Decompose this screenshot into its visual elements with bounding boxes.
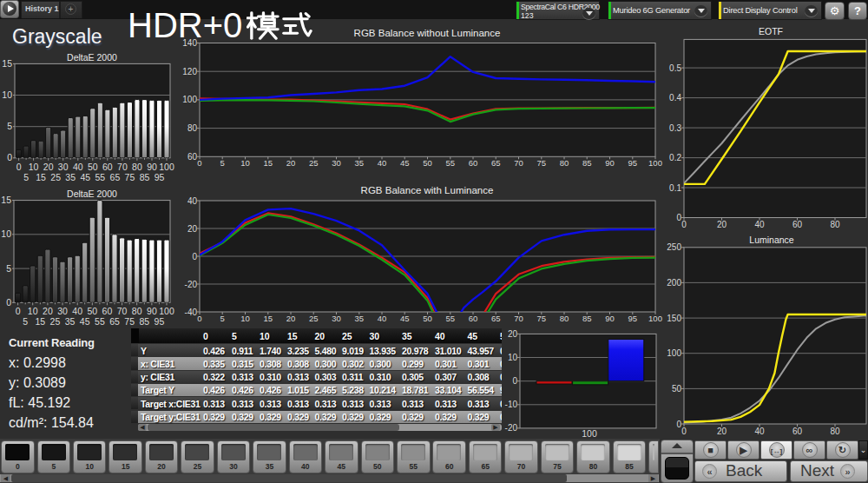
- svg-text:95: 95: [155, 172, 165, 182]
- svg-text:80: 80: [560, 158, 569, 168]
- svg-text:DeltaE 2000: DeltaE 2000: [67, 52, 117, 63]
- svg-text:85: 85: [582, 158, 592, 168]
- svg-text:30: 30: [58, 162, 69, 172]
- svg-text:70: 70: [514, 314, 523, 323]
- svg-text:100: 100: [582, 428, 597, 439]
- svg-text:0: 0: [7, 152, 12, 162]
- svg-text:0: 0: [681, 427, 687, 436]
- svg-text:100: 100: [159, 162, 174, 172]
- svg-text:0: 0: [6, 297, 11, 308]
- svg-text:85: 85: [139, 316, 149, 327]
- svg-text:10: 10: [28, 306, 38, 316]
- svg-text:20: 20: [43, 306, 53, 316]
- svg-text:55: 55: [446, 158, 456, 168]
- svg-text:140: 140: [182, 38, 197, 48]
- svg-text:-20: -20: [505, 423, 518, 433]
- svg-text:70: 70: [117, 306, 128, 316]
- svg-text:10: 10: [29, 162, 39, 172]
- svg-text:35: 35: [65, 172, 76, 182]
- svg-text:15: 15: [36, 172, 46, 182]
- svg-text:90: 90: [147, 162, 157, 172]
- svg-text:60: 60: [469, 314, 478, 323]
- svg-text:0.3: 0.3: [669, 123, 681, 133]
- svg-text:45: 45: [400, 314, 410, 323]
- svg-text:20: 20: [508, 329, 518, 339]
- svg-text:60: 60: [469, 158, 478, 168]
- svg-text:95: 95: [628, 158, 638, 168]
- svg-text:95: 95: [628, 314, 638, 323]
- svg-text:80: 80: [187, 123, 198, 133]
- svg-text:60: 60: [102, 306, 113, 316]
- svg-text:20: 20: [286, 158, 296, 168]
- svg-text:40: 40: [187, 196, 198, 206]
- svg-text:90: 90: [147, 306, 157, 316]
- svg-text:RGB Balance with Luminance: RGB Balance with Luminance: [361, 185, 494, 195]
- svg-text:10: 10: [2, 89, 12, 100]
- svg-text:65: 65: [491, 158, 501, 168]
- svg-text:40: 40: [378, 314, 387, 323]
- svg-text:150: 150: [667, 314, 681, 323]
- svg-text:25: 25: [50, 316, 61, 327]
- svg-text:40: 40: [378, 158, 387, 168]
- svg-text:10: 10: [1, 228, 11, 239]
- svg-text:100: 100: [182, 95, 197, 104]
- svg-text:10: 10: [240, 314, 250, 323]
- svg-text:5: 5: [6, 263, 11, 274]
- svg-text:65: 65: [109, 316, 120, 327]
- svg-text:45: 45: [80, 316, 90, 327]
- svg-text:60: 60: [187, 152, 198, 162]
- svg-text:50: 50: [88, 162, 98, 172]
- svg-text:15: 15: [1, 195, 11, 205]
- svg-text:0.1: 0.1: [669, 183, 681, 193]
- svg-text:-40: -40: [185, 308, 198, 317]
- svg-text:70: 70: [514, 158, 523, 168]
- svg-text:0: 0: [512, 376, 517, 386]
- svg-text:50: 50: [423, 158, 432, 168]
- svg-text:80: 80: [830, 427, 840, 436]
- svg-text:0.4: 0.4: [669, 93, 681, 103]
- svg-text:95: 95: [155, 316, 165, 327]
- svg-text:-10: -10: [505, 400, 518, 409]
- svg-text:55: 55: [95, 316, 105, 327]
- svg-text:40: 40: [73, 162, 83, 172]
- svg-text:30: 30: [332, 314, 341, 323]
- svg-text:5: 5: [220, 158, 225, 168]
- svg-text:55: 55: [446, 314, 456, 323]
- svg-text:65: 65: [491, 314, 501, 323]
- svg-text:50: 50: [87, 306, 97, 316]
- svg-text:25: 25: [309, 158, 319, 168]
- svg-text:50: 50: [423, 314, 432, 323]
- svg-text:40: 40: [754, 427, 765, 436]
- svg-text:20: 20: [187, 224, 198, 234]
- svg-text:20: 20: [717, 427, 727, 436]
- svg-text:15: 15: [264, 158, 273, 168]
- svg-text:35: 35: [355, 314, 365, 323]
- svg-text:65: 65: [110, 172, 121, 182]
- svg-text:15: 15: [35, 316, 45, 327]
- svg-text:75: 75: [125, 172, 135, 182]
- svg-text:60: 60: [792, 220, 803, 229]
- svg-text:30: 30: [332, 158, 341, 168]
- svg-text:20: 20: [717, 220, 727, 229]
- svg-text:10: 10: [508, 353, 518, 362]
- svg-text:45: 45: [80, 172, 90, 182]
- svg-text:80: 80: [132, 162, 142, 172]
- svg-text:55: 55: [95, 172, 105, 182]
- svg-text:75: 75: [124, 316, 135, 327]
- svg-text:20: 20: [286, 314, 296, 323]
- svg-text:15: 15: [264, 314, 273, 323]
- svg-text:200: 200: [667, 278, 681, 288]
- svg-text:0.5: 0.5: [669, 63, 681, 73]
- svg-text:100: 100: [667, 348, 681, 358]
- svg-text:0.2: 0.2: [669, 153, 681, 162]
- svg-text:80: 80: [830, 220, 840, 229]
- svg-text:100: 100: [648, 314, 662, 323]
- svg-text:60: 60: [102, 162, 113, 172]
- svg-text:25: 25: [50, 172, 61, 182]
- svg-text:Luminance: Luminance: [749, 235, 794, 245]
- svg-text:70: 70: [117, 162, 128, 172]
- svg-text:5: 5: [7, 121, 12, 131]
- svg-text:85: 85: [140, 172, 150, 182]
- svg-text:EOTF: EOTF: [759, 26, 783, 36]
- svg-text:0: 0: [16, 306, 21, 316]
